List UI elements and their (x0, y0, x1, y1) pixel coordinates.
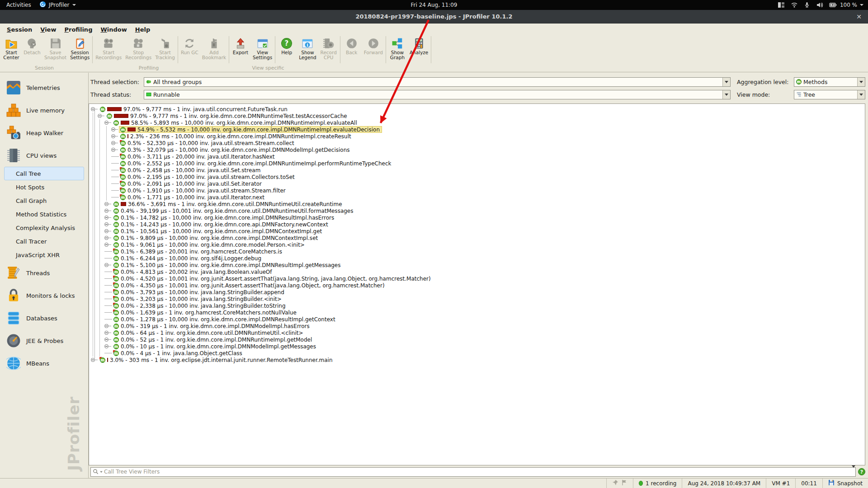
call-tree-node[interactable]: m0.0% - 52 µs - 1 inv. org.kie.dmn.core.… (112, 336, 314, 343)
call-tree-row[interactable]: m0.5% - 52,330 µs - 10,000 inv. java.uti… (91, 140, 865, 146)
call-tree-row[interactable]: m0.1% - 6,389 µs - 20,001 inv. org.hamcr… (91, 248, 865, 255)
menu-session[interactable]: Session (3, 25, 36, 34)
thread-status-dropdown[interactable]: Runnable (144, 90, 731, 99)
call-tree-node[interactable]: m3.0% - 303 ms - 1 inv. org.eclipse.jdt.… (99, 357, 335, 363)
call-tree-node[interactable]: m0.0% - 1,278 µs - 10,000 inv. org.kie.d… (112, 316, 338, 323)
call-tree-node[interactable]: m0.5% - 52,330 µs - 10,000 inv. java.uti… (119, 140, 297, 146)
microphone-icon[interactable] (804, 1, 810, 9)
call-tree-node[interactable]: m0.0% - 319 µs - 1 inv. org.kie.dmn.core… (112, 323, 312, 329)
call-tree-row[interactable]: m0.0% - 4,520 µs - 10,001 inv. org.junit… (91, 275, 865, 282)
call-tree-row[interactable]: m0.0% - 3,793 µs - 10,000 inv. java.lang… (91, 289, 865, 296)
expand-toggle-icon[interactable] (111, 148, 119, 152)
sidebar-item-call-tracer[interactable]: Call Tracer (4, 235, 84, 248)
battery-indicator[interactable]: 100 % (829, 1, 863, 9)
call-tree-row[interactable]: m0.0% - 4 µs - 1 inv. java.lang.Object.g… (91, 350, 865, 357)
call-tree-row[interactable]: m0.0% - 1,639 µs - 1 inv. org.hamcrest.C… (91, 309, 865, 316)
call-tree-node[interactable]: m0.0% - 1,639 µs - 1 inv. org.hamcrest.C… (112, 309, 299, 316)
sidebar-item-hot-spots[interactable]: Hot Spots (4, 180, 84, 194)
expand-toggle-icon[interactable] (104, 324, 112, 328)
call-tree-row[interactable]: m2.3% - 236 ms - 10,000 inv. org.kie.dmn… (91, 133, 865, 140)
sidebar-item-call-tree[interactable]: Call Tree (4, 167, 84, 180)
call-tree-node[interactable]: m0.0% - 10 µs - 1 inv. org.kie.dmn.core.… (112, 343, 318, 350)
call-tree-row[interactable]: m0.0% - 52 µs - 1 inv. org.kie.dmn.core.… (91, 336, 865, 343)
call-tree-node[interactable]: m97.0% - 9,777 ms - 1 inv. java.util.con… (99, 106, 290, 113)
expand-toggle-icon[interactable] (98, 114, 105, 118)
sidebar-item-complexity-analysis[interactable]: Complexity Analysis (4, 221, 84, 235)
call-tree-row[interactable]: m54.9% - 5,532 ms - 10,000 inv. org.kie.… (91, 126, 865, 133)
selected-call-tree-node[interactable]: m54.9% - 5,532 ms - 10,000 inv. org.kie.… (119, 126, 382, 133)
expand-toggle-icon[interactable] (91, 358, 99, 362)
call-tree-row[interactable]: m3.0% - 303 ms - 1 inv. org.eclipse.jdt.… (91, 357, 865, 363)
sidebar-item-javascript-xhr[interactable]: JavaScript XHR (4, 248, 84, 262)
expand-toggle-icon[interactable] (104, 216, 112, 220)
call-tree-row[interactable]: m0.0% - 4,350 µs - 10,001 inv. org.junit… (91, 282, 865, 289)
dropdown-arrow-button[interactable] (857, 78, 865, 86)
call-tree-row[interactable]: m97.0% - 9,777 ms - 1 inv. org.kie.dmn.c… (91, 113, 865, 119)
call-tree-row[interactable]: m0.0% - 2,338 µs - 10,000 inv. java.lang… (91, 302, 865, 309)
sidebar-item-monitors-locks[interactable]: Monitors & locks (0, 284, 88, 307)
expand-toggle-icon[interactable] (111, 141, 119, 145)
call-tree-row[interactable]: m0.0% - 2,458 µs - 10,000 inv. java.util… (91, 167, 865, 174)
show-graph-button[interactable]: Show Graph (387, 35, 408, 65)
call-tree-node[interactable]: m0.0% - 64 µs - 1 inv. org.kie.dmn.core.… (112, 329, 306, 336)
call-tree-node[interactable]: m0.0% - 3,203 µs - 10,000 inv. java.lang… (112, 296, 284, 302)
expand-toggle-icon[interactable] (104, 222, 112, 226)
call-tree-row[interactable]: m0.0% - 2,091 µs - 10,000 inv. java.util… (91, 180, 865, 187)
call-tree-node[interactable]: m0.1% - 5,100 µs - 10,000 inv. org.kie.d… (112, 262, 343, 268)
sidebar-item-jee-probes[interactable]: JEE & Probes (0, 329, 88, 352)
sidebar-item-method-statistics[interactable]: Method Statistics (4, 207, 84, 221)
search-icon[interactable] (93, 469, 103, 475)
call-tree-node[interactable]: m0.4% - 39,199 µs - 10,001 inv. org.kie.… (112, 207, 355, 214)
filter-help-icon[interactable]: ? (858, 468, 865, 475)
expand-toggle-icon[interactable] (104, 202, 112, 206)
call-tree-row[interactable]: m0.1% - 5,100 µs - 10,000 inv. org.kie.d… (91, 262, 865, 268)
call-tree-row[interactable]: m0.0% - 4,813 µs - 20,002 inv. java.lang… (91, 268, 865, 275)
call-tree-row[interactable]: m0.0% - 3,711 µs - 20,000 inv. java.util… (91, 153, 865, 160)
call-tree-row[interactable]: m0.0% - 319 µs - 1 inv. org.kie.dmn.core… (91, 323, 865, 329)
call-tree-row[interactable]: m0.1% - 9,061 µs - 10,000 inv. org.kie.d… (91, 241, 865, 248)
call-tree-row[interactable]: m0.4% - 39,199 µs - 10,001 inv. org.kie.… (91, 207, 865, 214)
aggregation-level-dropdown[interactable]: m Methods (794, 77, 865, 87)
menu-profiling[interactable]: Profiling (60, 25, 96, 34)
dropdown-arrow-button[interactable] (722, 78, 730, 86)
expand-toggle-icon[interactable] (111, 134, 119, 138)
call-tree-row[interactable]: m0.3% - 32,079 µs - 10,000 inv. org.kie.… (91, 146, 865, 153)
expand-toggle-icon[interactable] (104, 344, 112, 348)
sidebar-item-telemetries[interactable]: Telemetries (0, 76, 88, 99)
sidebar-item-mbeans[interactable]: MBeans (0, 352, 88, 375)
call-tree-node[interactable]: m0.0% - 4 µs - 1 inv. java.lang.Object.g… (112, 350, 245, 357)
expand-toggle-icon[interactable] (104, 209, 112, 213)
call-tree-node[interactable]: m0.3% - 32,079 µs - 10,000 inv. org.kie.… (119, 146, 352, 153)
call-tree-node[interactable]: m0.0% - 1,910 µs - 10,000 inv. java.util… (119, 187, 288, 194)
sidebar-item-databases[interactable]: Databases (0, 307, 88, 329)
call-tree-node[interactable]: m0.0% - 2,338 µs - 10,000 inv. java.lang… (112, 302, 288, 309)
expand-toggle-icon[interactable] (104, 121, 112, 125)
call-tree-node[interactable]: m0.0% - 4,350 µs - 10,001 inv. org.junit… (112, 282, 387, 289)
call-tree-node[interactable]: m0.0% - 4,520 µs - 10,001 inv. org.junit… (112, 275, 433, 282)
menu-view[interactable]: View (36, 25, 60, 34)
call-tree-row[interactable]: m0.0% - 1,771 µs - 10,000 inv. java.util… (91, 194, 865, 201)
call-tree-row[interactable]: m0.0% - 3,203 µs - 10,000 inv. java.lang… (91, 296, 865, 302)
thread-selection-dropdown[interactable]: All thread groups (144, 77, 731, 87)
call-tree-row[interactable]: m97.0% - 9,777 ms - 1 inv. java.util.con… (91, 106, 865, 113)
call-tree-row[interactable]: m0.0% - 64 µs - 1 inv. org.kie.dmn.core.… (91, 329, 865, 336)
call-tree-row[interactable]: m0.1% - 14,243 µs - 10,000 inv. org.kie.… (91, 221, 865, 228)
view-settings-button[interactable]: View Settings (251, 35, 274, 65)
clock[interactable]: Fri 24 Aug, 11:09 (0, 2, 868, 8)
expand-toggle-icon[interactable] (111, 127, 119, 131)
pin-icon[interactable] (612, 479, 618, 487)
volume-icon[interactable] (816, 1, 823, 9)
expand-toggle-icon[interactable] (104, 331, 112, 335)
expand-toggle-icon[interactable] (104, 263, 112, 267)
call-tree-row[interactable]: m0.0% - 1,278 µs - 10,000 inv. org.kie.d… (91, 316, 865, 323)
call-tree-node[interactable]: m0.1% - 14,782 µs - 10,000 inv. org.kie.… (112, 214, 336, 221)
call-tree-node[interactable]: m0.0% - 1,771 µs - 10,000 inv. java.util… (119, 194, 267, 201)
expand-toggle-icon[interactable] (104, 243, 112, 247)
wifi-icon[interactable] (791, 1, 798, 9)
close-window-button[interactable]: ✕ (854, 12, 863, 21)
expand-toggle-icon[interactable] (104, 229, 112, 233)
call-tree-node[interactable]: m0.0% - 4,813 µs - 20,002 inv. java.lang… (112, 268, 274, 275)
call-tree-node[interactable]: m0.1% - 9,809 µs - 10,000 inv. org.kie.d… (112, 235, 320, 241)
call-tree-node[interactable]: m2.3% - 236 ms - 10,000 inv. org.kie.dmn… (119, 133, 354, 140)
menu-help[interactable]: Help (131, 25, 154, 34)
